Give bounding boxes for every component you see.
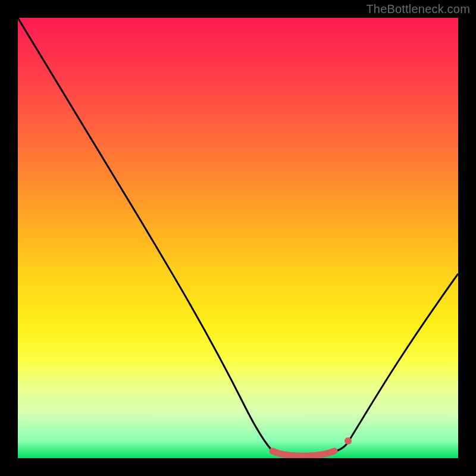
- plot-area: [18, 18, 458, 458]
- curve-svg: [18, 18, 458, 458]
- valley-end-dot: [345, 437, 352, 444]
- watermark-text: TheBottleneck.com: [366, 2, 470, 16]
- bottleneck-curve-path: [18, 18, 458, 456]
- valley-marker: [273, 451, 334, 456]
- chart-frame: TheBottleneck.com: [0, 0, 476, 476]
